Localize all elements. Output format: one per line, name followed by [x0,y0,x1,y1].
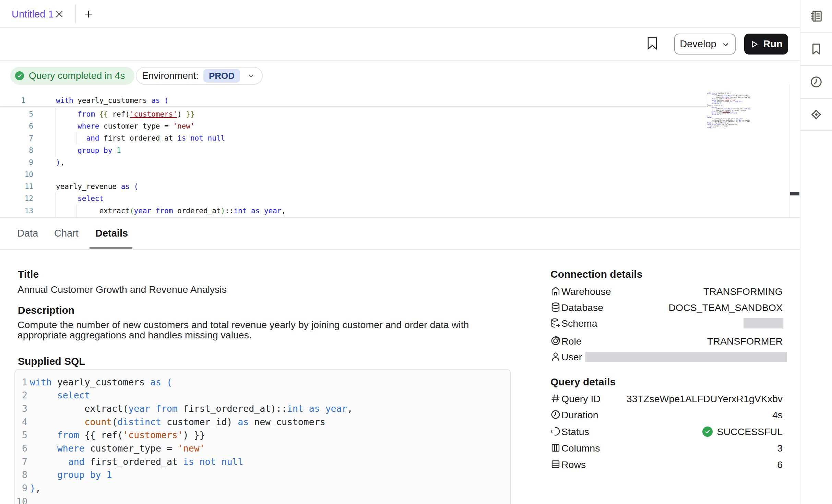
detail-row-duration: Duration4s [550,409,787,421]
detail-value: TRANSFORMING [703,285,783,298]
role-icon [550,336,561,346]
editor-code-line: 9), [0,156,17,169]
develop-button[interactable]: Develop [674,34,736,55]
title-value: Annual Customer Growth and Revenue Analy… [17,284,227,295]
schema-icon [550,318,561,328]
supplied-sql-line: 8 group by 1 [15,468,37,481]
results-tab-chart[interactable]: Chart [54,218,79,249]
sql-editor[interactable]: 1with yearly_customers as ( 5 from {{ re… [0,85,800,218]
duration-icon [550,409,561,420]
detail-label: Database [561,301,603,314]
title-heading: Title [18,268,39,280]
detail-value: 4s [772,409,783,421]
run-button[interactable]: Run [744,34,788,55]
supplied-sql-line: 9), [15,481,37,495]
detail-label: Schema [561,317,597,329]
chevron-down-icon [247,72,255,80]
rows-icon [550,459,561,469]
supplied-sql-line: 2 select [15,388,37,402]
play-icon [750,40,759,49]
editor-scrollbar-track [789,85,790,218]
query-status-pill: Query completed in 4s [10,67,134,85]
editor-code-line: 6 where customer_type = 'new' [0,120,17,132]
schema-redacted-value [744,318,783,328]
tab-untitled-1[interactable]: Untitled 1 [12,0,54,28]
supplied-sql-code-block: 1with yearly_customers as ( 2 select 3 e… [14,369,511,504]
editor-code-line: 7 and first_ordered_at is not null [0,132,17,144]
tab-divider [75,5,76,23]
supplied-sql-line: 3 extract(year from first_ordered_at)::i… [15,402,37,415]
query-details-heading: Query details [550,376,616,388]
detail-label: Query ID [561,393,601,405]
detail-row-warehouse: WarehouseTRANSFORMING [550,285,787,298]
sidebar-outline-button[interactable] [800,0,832,33]
editor-minimap[interactable]: with yearly_customers as ( select extrac… [707,93,750,132]
develop-label: Develop [680,38,716,50]
columns-icon [550,443,561,453]
indent-guide [55,192,56,205]
editor-scrollbar-thumb[interactable] [790,192,799,195]
detail-row-role: RoleTRANSFORMER [550,335,787,347]
success-check-icon [15,71,24,80]
indent-guide [76,132,77,144]
status-icon [550,426,561,436]
detail-row-status: StatusSUCCESSFUL [550,425,787,438]
detail-row-rows: Rows6 [550,458,787,471]
sidebar-history-button[interactable] [800,66,832,99]
detail-label: Duration [561,409,598,421]
close-icon[interactable] [54,9,64,19]
editor-sticky-line: 1with yearly_customers as ( [0,94,706,107]
detail-row-query-id: Query ID33TZseWpe1ALFDUYerxR1gVKxbv [550,393,787,405]
detail-label: User [561,351,582,363]
editor-code-line: 11yearly_revenue as ( [0,180,17,193]
indent-guide [76,205,77,217]
database-icon [550,302,561,312]
description-value: Compute the number of new customers and … [17,320,498,340]
indent-guide [55,144,56,157]
detail-label: Rows [561,458,586,471]
environment-select[interactable]: Environment: PROD [136,67,263,85]
results-tab-bar: DataChartDetails [0,218,800,250]
detail-value: 6 [777,458,783,471]
query-status-text: Query completed in 4s [29,70,125,81]
user-redacted-value [585,352,787,362]
tab-bar [0,0,832,28]
detail-label: Role [561,335,582,347]
run-label: Run [763,38,782,50]
environment-value-badge: PROD [203,69,240,83]
new-tab-icon[interactable] [83,9,94,19]
active-tab-underline [90,247,132,249]
detail-value: DOCS_TEAM_SANDBOX [668,301,783,314]
bookmark-icon[interactable] [647,37,658,51]
supplied-sql-heading: Supplied SQL [18,356,85,367]
supplied-sql-line: 1with yearly_customers as ( [15,375,37,389]
description-heading: Description [18,304,74,316]
supplied-sql-line: 5 from {{ ref('customers') }} [15,428,37,442]
indent-guide [55,132,56,144]
warehouse-icon [550,286,561,296]
results-tab-details[interactable]: Details [95,218,128,249]
detail-label: Columns [561,442,600,454]
results-tab-data[interactable]: Data [17,218,38,249]
detail-value: 33TZseWpe1ALFDUYerxR1gVKxbv [627,393,783,405]
supplied-sql-line: 7 and first_ordered_at is not null [15,455,37,468]
user-icon [550,351,561,362]
indent-guide [55,108,56,120]
editor-code-line: 10 [0,168,17,181]
hash-icon [550,393,561,404]
environment-label: Environment: [142,70,199,81]
editor-code-line: 12 select [0,192,17,205]
detail-label: Warehouse [561,285,611,298]
success-check-icon [702,427,713,437]
status-value: SUCCESSFUL [702,425,783,438]
sidebar-dbt-logo-button[interactable] [800,99,832,131]
editor-code-line: 8 group by 1 [0,144,17,157]
sidebar-bookmark-button[interactable] [800,33,832,66]
supplied-sql-line: 6 where customer_type = 'new' [15,442,37,455]
editor-code-line: 13 extract(year from ordered_at)::int as… [0,205,17,217]
detail-row-database: DatabaseDOCS_TEAM_SANDBOX [550,301,787,314]
detail-label: Status [561,425,589,438]
detail-value: TRANSFORMER [707,335,783,347]
detail-row-columns: Columns3 [550,442,787,454]
indent-guide [55,205,56,217]
